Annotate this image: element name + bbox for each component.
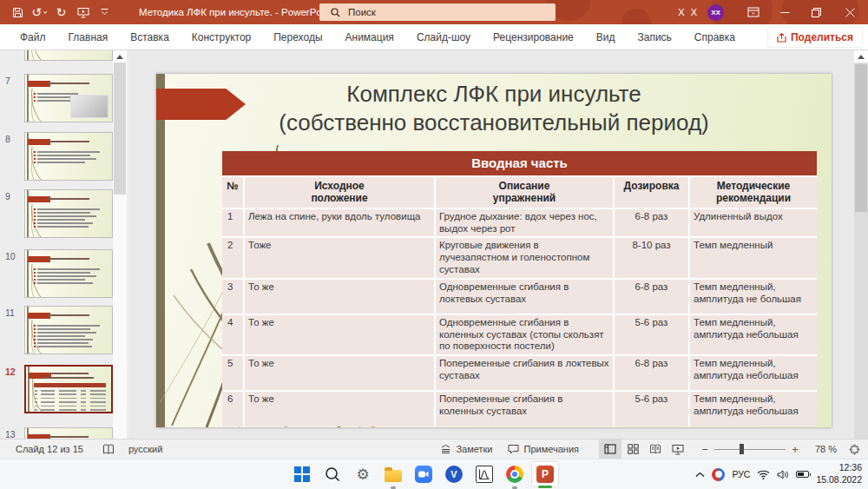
table-header-cell[interactable]: № (222, 177, 243, 208)
table-cell[interactable]: 8-10 раз (615, 238, 688, 277)
taskbar-search-button[interactable] (319, 461, 346, 487)
search-box[interactable]: Поиск (319, 3, 556, 21)
table-cell[interactable]: Лежа на спине, руки вдоль туловища (245, 209, 434, 237)
undo-icon[interactable]: ↺ (29, 1, 50, 23)
notes-toggle[interactable]: Заметки (432, 439, 500, 459)
zoom-in-button[interactable]: + (788, 443, 802, 456)
zoom-handle[interactable] (740, 444, 744, 454)
tab-animations[interactable]: Анимация (334, 24, 405, 50)
table-cell[interactable]: Темп медленный, амплитуда небольшая (690, 392, 817, 426)
table-caption[interactable]: Вводная часть (222, 151, 817, 175)
slide-counter[interactable]: Слайд 12 из 15 (16, 444, 83, 454)
slideshow-view-button[interactable] (667, 439, 689, 459)
scrollbar-thumb[interactable] (114, 63, 126, 195)
table-cell[interactable]: Одновременные сгибания в локтевых сустав… (436, 280, 613, 314)
file-explorer-button[interactable] (379, 461, 407, 487)
settings-button[interactable]: ⚙ (349, 461, 377, 487)
table-header-cell[interactable]: Дозировка (615, 177, 688, 208)
scroll-up-button[interactable] (113, 50, 127, 63)
table-cell[interactable]: 5-6 раз (615, 315, 688, 354)
table-cell[interactable]: 6-8 раз (615, 280, 688, 314)
table-cell[interactable]: 5 (222, 356, 243, 390)
table-cell[interactable]: То же (245, 392, 434, 426)
redo-icon[interactable]: ↻ (50, 1, 72, 23)
table-cell[interactable]: Попеременные сгибания в коленных сустава… (436, 392, 613, 426)
table-cell[interactable]: Грудное дыхание: вдох через нос, выдох ч… (436, 209, 613, 237)
slideshow-icon[interactable] (72, 1, 94, 23)
table-cell[interactable]: Темп медленный (690, 238, 817, 277)
tab-slideshow[interactable]: Слайд-шоу (405, 24, 482, 50)
language-status[interactable]: русский (128, 444, 162, 454)
tab-file[interactable]: Файл (9, 24, 57, 50)
thumbnail-scrollbar[interactable] (113, 50, 127, 439)
sync-tray-icon[interactable] (712, 468, 725, 481)
tab-design[interactable]: Конструктор (181, 24, 262, 50)
table-cell[interactable]: То же (245, 356, 434, 390)
table-header-cell[interactable]: Описание упражнений (436, 177, 613, 208)
customize-qat-icon[interactable] (94, 1, 115, 23)
slide-thumbnail-8[interactable]: 8 (24, 132, 113, 181)
chrome-button[interactable] (501, 461, 529, 487)
share-button[interactable]: Поделиться (767, 27, 863, 48)
table-cell[interactable]: Темп медленный, амплитуда небольшая (690, 315, 817, 354)
tab-transitions[interactable]: Переходы (262, 24, 333, 50)
normal-view-button[interactable] (599, 439, 621, 459)
slide-thumbnail-13[interactable]: 13 (24, 427, 113, 439)
save-icon[interactable] (7, 1, 29, 23)
ribbon-display-options-icon[interactable] (738, 0, 769, 24)
slide-thumbnail-10[interactable]: 10 (24, 249, 113, 298)
slide-thumbnail-7[interactable]: 7 (24, 74, 113, 122)
table-cell[interactable]: Одновременные сгибания в коленных сустав… (436, 315, 613, 354)
tray-clock[interactable]: 12:36 15.08.2022 (816, 462, 862, 486)
table-cell[interactable]: Тоже (245, 238, 434, 277)
avatar[interactable]: XX (707, 4, 724, 21)
table-cell[interactable]: 2 (222, 238, 243, 277)
zoom-level[interactable]: 78 % (806, 444, 837, 454)
wifi-icon[interactable] (757, 470, 770, 479)
tab-view[interactable]: Вид (585, 24, 627, 50)
speaker-icon[interactable] (777, 470, 789, 479)
fit-slide-to-window-button[interactable] (843, 439, 865, 459)
table-cell[interactable]: Темп медленный, амплитуда небольшая (690, 356, 817, 390)
table-cell[interactable]: 6-8 раз (615, 209, 688, 237)
slide-thumbnail-12[interactable]: 12 (24, 365, 113, 413)
table-cell[interactable]: То же (245, 280, 434, 314)
slide-canvas[interactable]: Комплекс ЛФК при инсульте (собственно во… (156, 74, 832, 427)
table-cell[interactable]: Удлиненный выдох (690, 209, 817, 237)
slide-sorter-view-button[interactable] (621, 439, 644, 459)
table-header-cell[interactable]: Методические рекомендации (690, 177, 817, 208)
table-cell[interactable]: 4 (222, 315, 243, 354)
slide-thumbnail-9[interactable]: 9 (24, 189, 113, 238)
restore-button[interactable] (800, 0, 832, 24)
table-cell[interactable]: То же (245, 315, 434, 354)
vertical-scrollbar[interactable] (854, 50, 868, 439)
tab-record[interactable]: Запись (626, 24, 682, 50)
table-cell[interactable]: Попеременные сгибания в локтевых сустава… (436, 356, 613, 390)
reading-view-button[interactable] (644, 439, 667, 459)
minimize-button[interactable] (769, 0, 800, 24)
table-cell[interactable]: 1 (222, 209, 243, 237)
v-app-button[interactable]: V (440, 461, 468, 487)
tab-home[interactable]: Главная (57, 24, 120, 50)
table-cell[interactable]: Круговые движения в лучезапястном и голе… (436, 238, 613, 277)
close-button[interactable] (832, 0, 868, 24)
tab-help[interactable]: Справка (683, 24, 746, 50)
scroll-up-button[interactable] (854, 50, 868, 63)
spellcheck-book-icon[interactable] (102, 444, 115, 455)
tray-chevron-icon[interactable] (695, 472, 705, 478)
slide-thumbnail[interactable] (24, 50, 113, 61)
graph-app-button[interactable] (470, 461, 498, 487)
scrollbar-thumb[interactable] (855, 64, 867, 212)
table-cell[interactable]: 3 (222, 280, 243, 314)
tab-review[interactable]: Рецензирование (482, 24, 585, 50)
table-cell[interactable]: 6-8 раз (615, 356, 688, 390)
table-header-cell[interactable]: Исходное положение (245, 177, 434, 208)
battery-icon[interactable] (796, 471, 809, 478)
table-cell[interactable]: 6 (222, 392, 243, 426)
slide-title[interactable]: Комплекс ЛФК при инсульте (собственно во… (156, 80, 832, 137)
powerpoint-button[interactable]: P (531, 461, 559, 487)
slide-thumbnail-11[interactable]: 11 (24, 306, 113, 354)
zoom-app-button[interactable] (410, 461, 437, 487)
table-cell[interactable]: Темп медленный, амплитуда не большая (690, 280, 817, 314)
zoom-slider[interactable] (714, 443, 786, 455)
